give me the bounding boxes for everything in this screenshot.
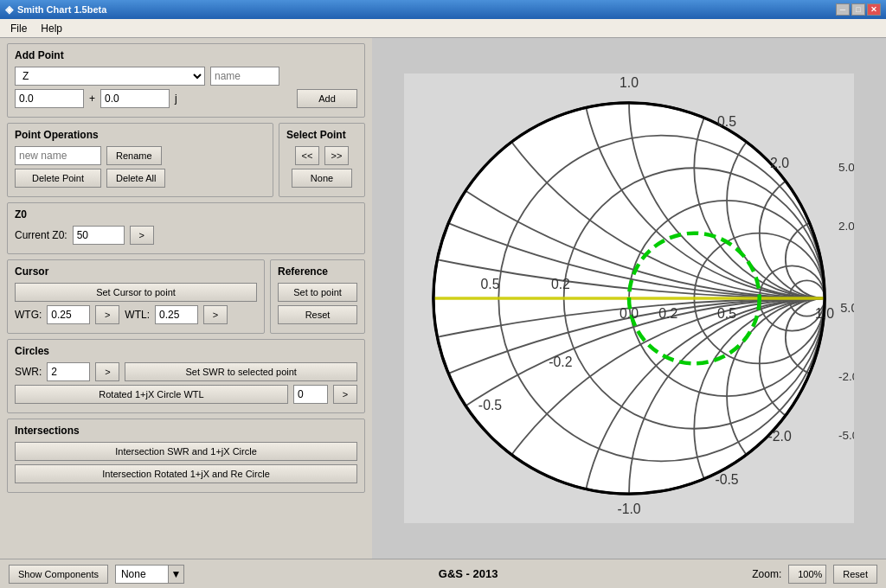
rotated-circle-button[interactable]: Rotated 1+jX Circle WTL <box>15 385 288 404</box>
wtl-input[interactable] <box>155 305 198 324</box>
new-name-input[interactable] <box>15 146 101 165</box>
svg-text:0.2: 0.2 <box>658 306 677 321</box>
z0-section: Z0 Current Z0: > <box>7 202 365 254</box>
close-button[interactable]: ✕ <box>867 3 881 16</box>
set-swr-selected-button[interactable]: Set SWR to selected point <box>125 362 357 381</box>
title-bar: ◈ Smith Chart 1.5beta ─ □ ✕ <box>0 0 886 19</box>
zoom-value[interactable]: 100% <box>788 565 826 584</box>
svg-text:2.0: 2.0 <box>770 156 789 170</box>
add-point-title: Add Point <box>15 49 357 61</box>
wtl-label: WTL: <box>125 309 150 321</box>
circles-section: Circles SWR: > Set SWR to selected point… <box>7 339 365 413</box>
show-components-button[interactable]: Show Components <box>9 565 108 584</box>
wtg-button[interactable]: > <box>95 305 119 324</box>
next-point-button[interactable]: >> <box>324 146 349 165</box>
point-operations-section: Point Operations Rename Delete Point Del… <box>7 123 273 197</box>
svg-text:0.5: 0.5 <box>717 306 736 321</box>
svg-text:-0.2: -0.2 <box>549 355 572 369</box>
wtg-input[interactable] <box>47 305 90 324</box>
svg-text:1.0: 1.0 <box>620 75 639 90</box>
circles-title: Circles <box>15 345 357 357</box>
cursor-title: Cursor <box>15 265 257 278</box>
reference-reset-button[interactable]: Reset <box>278 305 357 324</box>
svg-text:-1.0: -1.0 <box>617 502 640 516</box>
svg-text:-2.0: -2.0 <box>838 370 854 383</box>
swr-value-input[interactable] <box>47 362 90 381</box>
app-icon: ◈ <box>5 3 13 16</box>
select-point-section: Select Point << >> None <box>279 123 365 197</box>
svg-text:0.2: 0.2 <box>551 277 570 291</box>
svg-text:0.0: 0.0 <box>620 306 639 321</box>
point-type-select[interactable]: Z Y S <box>15 67 205 86</box>
plus-sign: + <box>89 93 95 105</box>
gs-credit: G&S - 2013 <box>439 567 498 580</box>
add-button[interactable]: Add <box>297 89 357 108</box>
rename-button[interactable]: Rename <box>106 146 162 165</box>
zoom-label: Zoom: <box>752 568 781 580</box>
j-sign: j <box>175 93 177 105</box>
delete-all-button[interactable]: Delete All <box>106 169 165 188</box>
menu-bar: File Help <box>0 19 886 38</box>
menu-file[interactable]: File <box>3 21 34 36</box>
rotated-value-input[interactable] <box>293 385 328 404</box>
window-controls: ─ □ ✕ <box>836 3 881 16</box>
swr-set-btn[interactable]: > <box>95 362 119 381</box>
intersection-rotated-button[interactable]: Intersection Rotated 1+jX and Re Circle <box>15 464 357 483</box>
svg-text:-0.5: -0.5 <box>478 398 502 412</box>
none-dropdown[interactable]: None ▼ <box>115 565 184 584</box>
z0-set-button[interactable]: > <box>130 226 154 245</box>
smith-chart-panel: 0.2 0.5 1.0 0.0 5.0 1.0 0.5 2.0 2.0 -1.0… <box>372 38 886 559</box>
set-cursor-button[interactable]: Set Cursor to point <box>15 283 257 302</box>
none-point-button[interactable]: None <box>292 169 352 188</box>
none-dropdown-value: None <box>116 568 168 580</box>
prev-point-button[interactable]: << <box>295 146 319 165</box>
menu-help[interactable]: Help <box>34 21 69 36</box>
bottom-reset-button[interactable]: Reset <box>833 565 877 584</box>
cursor-section: Cursor Set Cursor to point WTG: > WTL: > <box>7 259 265 334</box>
z0-value-input[interactable] <box>73 226 125 245</box>
add-point-section: Add Point Z Y S + j Add <box>7 43 365 118</box>
svg-text:1.0: 1.0 <box>815 306 834 321</box>
dropdown-arrow-icon[interactable]: ▼ <box>168 566 183 583</box>
svg-text:0.5: 0.5 <box>717 114 736 129</box>
svg-text:5.0: 5.0 <box>838 161 854 174</box>
delete-point-button[interactable]: Delete Point <box>15 169 101 188</box>
wtg-label: WTG: <box>15 309 42 321</box>
reference-title: Reference <box>278 265 357 278</box>
z0-title: Z0 <box>15 208 357 220</box>
rotated-set-btn[interactable]: > <box>333 385 357 404</box>
intersections-title: Intersections <box>15 425 357 437</box>
swr-label: SWR: <box>15 366 42 378</box>
svg-text:-5.0: -5.0 <box>838 429 854 442</box>
point-name-input[interactable] <box>210 67 279 86</box>
wtl-button[interactable]: > <box>203 305 228 324</box>
point-operations-title: Point Operations <box>15 129 266 141</box>
svg-text:-2.0: -2.0 <box>767 429 791 444</box>
minimize-button[interactable]: ─ <box>836 3 850 16</box>
svg-text:0.5: 0.5 <box>480 277 499 291</box>
svg-text:-0.5: -0.5 <box>715 472 738 487</box>
intersection-swr-button[interactable]: Intersection SWR and 1+jX Circle <box>15 442 357 461</box>
current-z0-label: Current Z0: <box>15 229 67 241</box>
intersections-section: Intersections Intersection SWR and 1+jX … <box>7 419 365 493</box>
left-panel: Add Point Z Y S + j Add Point Operations <box>0 38 372 559</box>
main-layout: Add Point Z Y S + j Add Point Operations <box>0 38 886 559</box>
bottom-bar: Show Components None ▼ G&S - 2013 Zoom: … <box>0 559 886 588</box>
real-value-input[interactable] <box>15 89 84 108</box>
svg-text:2.0: 2.0 <box>838 220 854 233</box>
reference-section: Reference Set to point Reset <box>270 259 365 334</box>
app-title: Smith Chart 1.5beta <box>17 4 106 15</box>
maximize-button[interactable]: □ <box>851 3 865 16</box>
set-to-point-button[interactable]: Set to point <box>278 283 357 302</box>
imag-value-input[interactable] <box>100 89 170 108</box>
smith-chart: 0.2 0.5 1.0 0.0 5.0 1.0 0.5 2.0 2.0 -1.0… <box>404 74 854 523</box>
svg-text:5.0: 5.0 <box>840 301 854 315</box>
smith-chart-svg: 0.2 0.5 1.0 0.0 5.0 1.0 0.5 2.0 2.0 -1.0… <box>404 74 854 523</box>
select-point-title: Select Point <box>286 129 357 141</box>
